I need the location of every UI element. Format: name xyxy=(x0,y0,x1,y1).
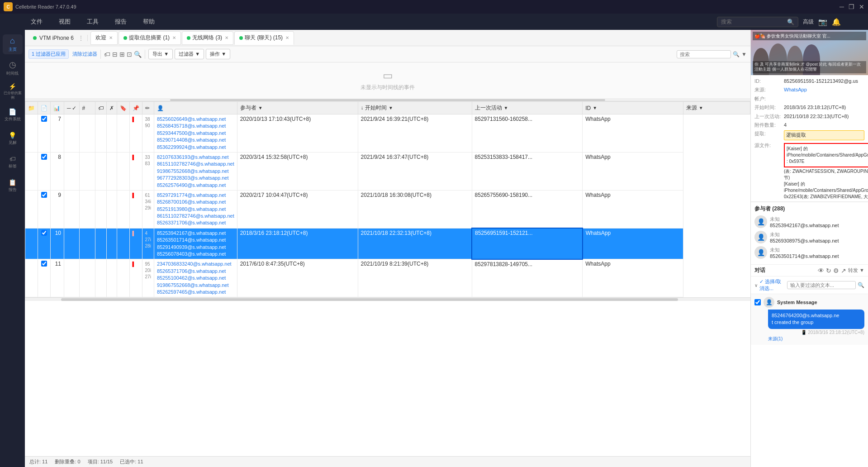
dialog-ctrl-forward[interactable]: 转发 ▼ xyxy=(848,267,864,274)
detail-attach-row: 附件数量: 4 xyxy=(754,122,864,129)
cell-checkbox[interactable] xyxy=(38,190,51,228)
row-checkbox[interactable] xyxy=(41,192,47,198)
dialog-ctrl-eye[interactable]: 👁 xyxy=(818,267,824,274)
col-starttime-header[interactable]: ↓ 开始时间 ▼ xyxy=(358,102,472,114)
menu-view[interactable]: 视图 xyxy=(55,16,74,28)
cell-checkbox[interactable] xyxy=(38,152,51,190)
titlebar-controls[interactable]: ─ ❐ ✕ xyxy=(840,3,864,10)
menu-help[interactable]: 帮助 xyxy=(139,16,158,28)
col-check-all[interactable]: ─ ✓ xyxy=(64,102,80,114)
split-view-icon[interactable]: ⊞ xyxy=(119,51,125,58)
col-id-header[interactable]: ID ▼ xyxy=(583,102,683,114)
cell-checkbox[interactable] xyxy=(38,114,51,152)
cell-checkbox[interactable] xyxy=(38,228,51,259)
sidebar-item-reports[interactable]: 📋 报告 xyxy=(3,176,23,195)
sidebar-item-insights[interactable]: 💡 见解 xyxy=(3,129,23,148)
tab-welcome[interactable]: 欢迎 ✕ xyxy=(90,31,118,45)
dialog-ctrl-share[interactable]: ↗ xyxy=(841,267,846,274)
device-status-dot xyxy=(33,36,37,40)
chat-subtitle-overlay: 你 及 可共享非商業制link 才 @post 於此 每回或者更新一次 活動主題… xyxy=(753,61,866,73)
timeline-view-icon[interactable]: 🔍 xyxy=(134,51,142,58)
filter-button[interactable]: 过滤器 ▼ xyxy=(175,49,204,59)
dialog-ctrl-settings[interactable]: ⚙ xyxy=(833,267,839,274)
actions-button[interactable]: 操作 ▼ xyxy=(206,49,230,59)
sidebar-item-analyzed[interactable]: ⚡ 已分析的案例 xyxy=(3,81,23,101)
source-sort-icon[interactable]: ▼ xyxy=(699,105,703,110)
dialog-ctrl-refresh[interactable]: ↻ xyxy=(826,267,831,274)
col-person-header[interactable]: 👤 xyxy=(154,102,237,114)
search-options-icon[interactable]: ▼ xyxy=(741,51,747,57)
tab-chat-close[interactable]: ✕ xyxy=(285,35,289,40)
timeline-scrollbar[interactable] xyxy=(25,99,750,101)
table-search-icon[interactable]: 🔍 xyxy=(733,51,740,57)
dialog-filter-label[interactable]: ✓ 选择/取消选... xyxy=(759,278,785,292)
cell-lastactivity: 2021/10/18 22:32:13(UTC+8) xyxy=(358,228,472,259)
cell-note xyxy=(117,114,129,152)
row-checkbox[interactable] xyxy=(41,116,47,122)
tag-icon-btn[interactable]: 🏷 xyxy=(104,51,110,58)
msg-checkbox[interactable] xyxy=(754,299,761,305)
detail-source-label: 来源: xyxy=(754,86,784,93)
id-sort-icon[interactable]: ▼ xyxy=(593,105,597,110)
participants-sort-icon[interactable]: ▼ xyxy=(258,105,263,110)
dialog-search-input[interactable] xyxy=(787,281,856,289)
col-folder-icon[interactable]: 📁 xyxy=(25,102,38,114)
global-search-input[interactable] xyxy=(721,19,784,25)
row-checkbox[interactable] xyxy=(41,261,47,267)
titlebar: C Cellebrite Reader 7.47.0.49 ─ ❐ ✕ xyxy=(0,0,868,14)
close-button[interactable]: ✕ xyxy=(859,3,864,10)
col-participants-header[interactable]: 参与者 ▼ xyxy=(237,102,358,114)
col-bookmark-header[interactable]: 🔖 xyxy=(117,102,129,114)
col-note-header[interactable]: ✏ xyxy=(142,102,154,114)
msg-source[interactable]: 来源(1) xyxy=(768,336,864,342)
camera-icon[interactable]: 📷 xyxy=(818,18,827,26)
sidebar-item-home[interactable]: ⌂ 主页 xyxy=(3,34,23,54)
table-row-selected[interactable]: 10 ▌ 4 27i 28i 85253942167@s xyxy=(25,228,750,259)
col-pin-header[interactable]: 📌 xyxy=(129,102,142,114)
col-source-header[interactable]: 来源 ▼ xyxy=(683,102,750,114)
minimize-button[interactable]: ─ xyxy=(840,3,844,10)
tab-wifi-close[interactable]: ✕ xyxy=(225,35,228,40)
sidebar-item-timeline[interactable]: ◷ 时间线 xyxy=(3,58,23,78)
tab-extract-close[interactable]: ✕ xyxy=(172,35,176,40)
menu-tools[interactable]: 工具 xyxy=(83,16,102,28)
cell-checkbox[interactable] xyxy=(38,259,51,297)
col-x-header[interactable]: ✗ xyxy=(106,102,117,114)
table-view-icon[interactable]: ⊟ xyxy=(112,51,118,58)
row-checkbox[interactable] xyxy=(41,230,47,236)
export-button[interactable]: 导出 ▼ xyxy=(148,49,173,59)
col-file-icon[interactable]: 📄 xyxy=(38,102,51,114)
timeline-scroll-thumb[interactable] xyxy=(170,99,605,101)
tab-wifi[interactable]: 无线网络 (3) ✕ xyxy=(182,31,233,45)
sidebar-item-tags[interactable]: 🏷 标签 xyxy=(3,152,23,172)
col-chart-icon[interactable]: 📊 xyxy=(51,102,64,114)
lastactivity-sort-icon[interactable]: ▼ xyxy=(504,105,508,110)
advanced-label[interactable]: 高级 xyxy=(803,18,814,26)
global-search-box[interactable]: 🔍 xyxy=(717,17,798,27)
dialog-search-icon[interactable]: 🔍 xyxy=(858,282,864,288)
menu-report[interactable]: 报告 xyxy=(111,16,130,28)
clear-filter-button[interactable]: 清除过滤器 xyxy=(72,51,97,57)
maximize-button[interactable]: ❐ xyxy=(849,3,854,10)
col-tag-header[interactable]: 🏷 xyxy=(95,102,106,114)
tab-welcome-close[interactable]: ✕ xyxy=(109,35,113,40)
device-menu-icon[interactable]: ⋮ xyxy=(78,35,84,41)
table-scrollbar-h[interactable] xyxy=(25,297,750,301)
col-lastactivity-header[interactable]: 上一次活动 ▼ xyxy=(472,102,583,114)
cell-folder xyxy=(25,259,38,297)
tab-chat[interactable]: 聊天 (聊天) (15) ✕ xyxy=(234,31,294,45)
bell-icon[interactable]: 🔔 xyxy=(832,18,841,26)
table-scroll-thumb-h[interactable] xyxy=(61,298,678,301)
chart-view-icon[interactable]: ⊡ xyxy=(127,51,132,58)
starttime-sort-icon[interactable]: ▼ xyxy=(389,105,393,110)
table-search-input[interactable] xyxy=(677,50,731,58)
table-row[interactable]: 7 ▌ 38 90 85256026649@s.what xyxy=(25,114,750,152)
sidebar-item-insights-label: 见解 xyxy=(9,140,17,146)
row-checkbox[interactable] xyxy=(41,154,47,160)
table-row[interactable]: 11 ▌ 95 20i 27i 234703683324 xyxy=(25,259,750,297)
sidebar-item-filesystem[interactable]: 📄 文件系统 xyxy=(3,105,23,125)
menu-file[interactable]: 文件 xyxy=(27,16,46,28)
table-row[interactable]: 8 ▌ 33 83 821076336193@s.wha xyxy=(25,152,750,190)
table-row[interactable]: 9 ▌ 61 34i 29i 85297291774@s xyxy=(25,190,750,228)
tab-extract[interactable]: 提取信息摘要 (1) ✕ xyxy=(119,31,181,45)
